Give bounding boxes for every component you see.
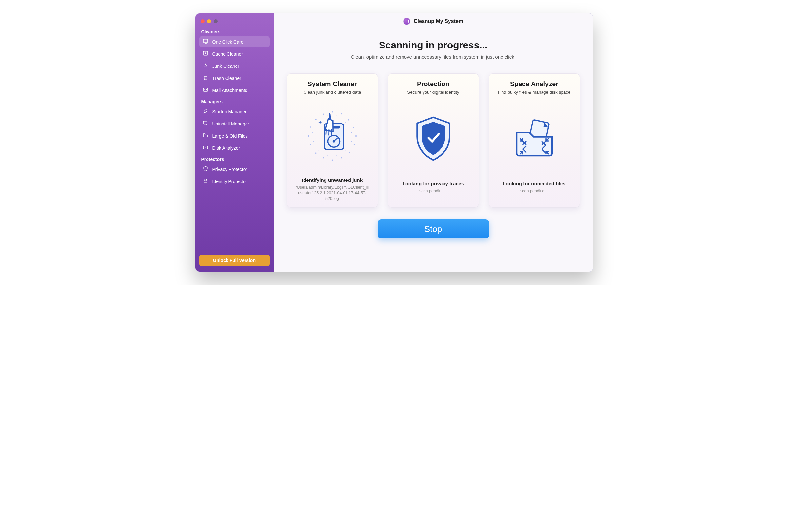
sidebar-item-label: Privacy Protector bbox=[212, 167, 248, 172]
svg-point-34 bbox=[328, 116, 329, 117]
svg-point-31 bbox=[313, 141, 314, 142]
svg-point-24 bbox=[345, 122, 346, 123]
svg-point-26 bbox=[351, 141, 352, 142]
page-heading: Scanning in progress... bbox=[287, 40, 580, 51]
svg-point-10 bbox=[353, 127, 354, 128]
protection-illustration bbox=[394, 95, 473, 181]
action-row: Stop bbox=[287, 220, 580, 239]
svg-point-16 bbox=[323, 157, 324, 159]
card-protection: Protection Secure your digital identity … bbox=[388, 74, 479, 208]
sidebar-item-junk-cleaner[interactable]: Junk Cleaner bbox=[199, 60, 270, 72]
titlebar: Cleanup My System bbox=[274, 14, 593, 29]
svg-point-23 bbox=[336, 116, 337, 117]
system-cleaner-illustration bbox=[293, 95, 372, 177]
sidebar-item-startup-manager[interactable]: Startup Manager bbox=[199, 106, 270, 117]
svg-point-30 bbox=[318, 150, 319, 151]
sidebar-item-label: Uninstall Manager bbox=[212, 121, 250, 126]
sidebar-item-one-click-care[interactable]: One Click Care bbox=[199, 36, 270, 47]
svg-point-22 bbox=[323, 114, 324, 115]
svg-point-28 bbox=[336, 155, 337, 156]
broom-icon bbox=[202, 63, 209, 69]
folder-icon bbox=[202, 132, 209, 139]
sidebar: Cleaners One Click Care Cache Cleaner Ju… bbox=[195, 14, 274, 271]
sidebar-item-cache-cleaner[interactable]: Cache Cleaner bbox=[199, 48, 270, 60]
sidebar-item-label: Mail Attachments bbox=[212, 88, 248, 93]
sidebar-item-label: Large & Old Files bbox=[212, 133, 248, 139]
svg-rect-3 bbox=[203, 121, 207, 124]
svg-point-8 bbox=[340, 113, 342, 115]
card-status-detail: /Users/admin/Library/Logs/NGLClient_Illu… bbox=[293, 185, 372, 202]
app-icon bbox=[403, 18, 410, 25]
card-subtitle: Clean junk and cluttered data bbox=[303, 90, 361, 95]
svg-point-33 bbox=[318, 122, 319, 123]
sidebar-section-protectors: Protectors bbox=[199, 154, 270, 163]
card-title: Protection bbox=[417, 80, 449, 88]
svg-point-29 bbox=[328, 155, 329, 156]
cards-row: System Cleaner Clean junk and cluttered … bbox=[287, 74, 580, 208]
rocket-icon bbox=[202, 108, 209, 115]
svg-point-25 bbox=[351, 132, 352, 133]
svg-point-18 bbox=[310, 144, 311, 145]
sidebar-item-identity-protector[interactable]: Identity Protector bbox=[199, 176, 270, 187]
svg-point-17 bbox=[315, 152, 316, 154]
card-subtitle: Find bulky files & manage disk space bbox=[497, 90, 570, 95]
sidebar-item-privacy-protector[interactable]: Privacy Protector bbox=[199, 163, 270, 175]
sidebar-item-label: One Click Care bbox=[212, 39, 243, 44]
disk-icon bbox=[202, 144, 209, 151]
svg-point-14 bbox=[340, 157, 342, 159]
main-panel: Cleanup My System Scanning in progress..… bbox=[274, 14, 593, 271]
card-subtitle: Secure your digital identity bbox=[407, 90, 459, 95]
mail-icon bbox=[202, 87, 209, 94]
svg-rect-2 bbox=[203, 88, 208, 92]
app-window: Cleaners One Click Care Cache Cleaner Ju… bbox=[195, 13, 593, 272]
sidebar-item-uninstall-manager[interactable]: Uninstall Manager bbox=[199, 118, 270, 129]
svg-point-15 bbox=[331, 160, 333, 161]
svg-point-27 bbox=[346, 150, 347, 151]
download-box-icon bbox=[202, 50, 209, 57]
card-space-analyzer: Space Analyzer Find bulky files & manage… bbox=[489, 74, 580, 208]
svg-point-9 bbox=[348, 119, 349, 121]
card-status: Looking for privacy traces bbox=[402, 181, 464, 186]
uninstall-icon bbox=[202, 120, 209, 127]
svg-point-21 bbox=[315, 119, 316, 120]
card-status: Identifying unwanted junk bbox=[302, 177, 362, 183]
monitor-icon bbox=[202, 38, 209, 45]
card-status-detail: scan pending... bbox=[518, 188, 550, 202]
svg-point-20 bbox=[310, 126, 311, 128]
sidebar-item-disk-analyzer[interactable]: Disk Analyzer bbox=[199, 142, 270, 154]
sidebar-item-label: Cache Cleaner bbox=[212, 52, 243, 57]
unlock-full-version-button[interactable]: Unlock Full Version bbox=[199, 254, 270, 266]
lock-icon bbox=[202, 178, 209, 185]
sidebar-section-managers: Managers bbox=[199, 96, 270, 105]
app-title: Cleanup My System bbox=[414, 18, 463, 24]
shield-icon bbox=[202, 166, 209, 172]
svg-rect-6 bbox=[203, 181, 207, 183]
card-status: Looking for unneeded files bbox=[503, 181, 566, 186]
sidebar-item-label: Startup Manager bbox=[212, 109, 247, 114]
card-system-cleaner: System Cleaner Clean junk and cluttered … bbox=[287, 74, 378, 208]
content: Scanning in progress... Clean, optimize … bbox=[274, 29, 593, 271]
sidebar-item-label: Junk Cleaner bbox=[212, 64, 240, 69]
window-controls bbox=[199, 18, 270, 26]
svg-rect-0 bbox=[203, 39, 208, 43]
svg-point-5 bbox=[205, 147, 206, 148]
page-subheading: Clean, optimize and remove unnecessary f… bbox=[287, 54, 580, 60]
card-status-detail: scan pending... bbox=[417, 188, 449, 202]
maximize-window-button[interactable] bbox=[214, 19, 218, 23]
svg-point-7 bbox=[331, 111, 333, 113]
sidebar-item-label: Identity Protector bbox=[212, 179, 247, 184]
close-window-button[interactable] bbox=[201, 19, 204, 23]
card-title: System Cleaner bbox=[308, 80, 357, 88]
svg-point-32 bbox=[312, 132, 313, 133]
svg-point-12 bbox=[353, 144, 355, 145]
svg-point-13 bbox=[349, 152, 350, 153]
sidebar-item-trash-cleaner[interactable]: Trash Cleaner bbox=[199, 73, 270, 84]
stop-button[interactable]: Stop bbox=[378, 220, 489, 239]
minimize-window-button[interactable] bbox=[207, 19, 211, 23]
card-title: Space Analyzer bbox=[510, 80, 558, 88]
trash-icon bbox=[202, 75, 209, 82]
svg-point-19 bbox=[308, 135, 310, 137]
sidebar-item-mail-attachments[interactable]: Mail Attachments bbox=[199, 84, 270, 96]
space-analyzer-illustration bbox=[495, 95, 574, 181]
sidebar-item-large-old-files[interactable]: Large & Old Files bbox=[199, 130, 270, 142]
